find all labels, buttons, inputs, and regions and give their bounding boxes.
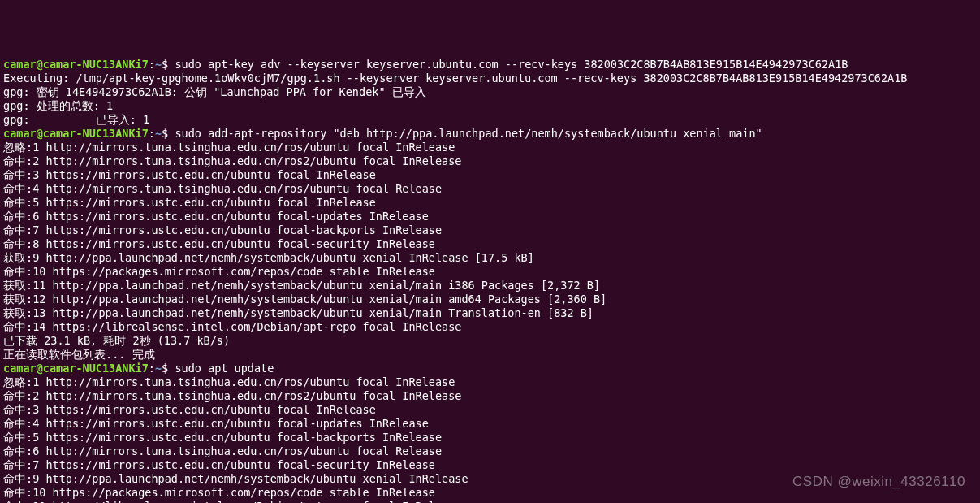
output-line: 已下载 23.1 kB, 耗时 2秒 (13.7 kB/s)	[3, 334, 230, 347]
prompt-user-host: camar@camar-NUC13ANKi7	[3, 127, 149, 140]
output-line: gpg: 已导入: 1	[3, 113, 149, 126]
output-line: 命中:3 https://mirrors.ustc.edu.cn/ubuntu …	[3, 168, 376, 181]
output-line: 命中:9 http://ppa.launchpad.net/nemh/syste…	[3, 472, 468, 485]
output-line: 命中:7 https://mirrors.ustc.edu.cn/ubuntu …	[3, 458, 435, 471]
output-line: 忽略:1 http://mirrors.tuna.tsinghua.edu.cn…	[3, 375, 455, 388]
output-line: gpg: 处理的总数: 1	[3, 99, 113, 112]
prompt-line-1: camar@camar-NUC13ANKi7:~$ sudo apt-key a…	[3, 58, 848, 71]
prompt-user-host: camar@camar-NUC13ANKi7	[3, 362, 149, 375]
command-3: sudo apt update	[175, 362, 274, 375]
prompt-colon: :	[149, 362, 155, 375]
output-line: 获取:9 http://ppa.launchpad.net/nemh/syste…	[3, 251, 534, 264]
output-line: 命中:6 http://mirrors.tuna.tsinghua.edu.cn…	[3, 444, 442, 457]
prompt-symbol: $	[162, 127, 168, 140]
prompt-colon: :	[149, 58, 155, 71]
output-line: 获取:11 http://ppa.launchpad.net/nemh/syst…	[3, 279, 600, 292]
output-line: 命中:10 https://packages.microsoft.com/rep…	[3, 486, 435, 499]
prompt-line-2: camar@camar-NUC13ANKi7:~$ sudo add-apt-r…	[3, 127, 762, 140]
output-line: 命中:2 http://mirrors.tuna.tsinghua.edu.cn…	[3, 389, 461, 402]
output-line: 命中:6 https://mirrors.ustc.edu.cn/ubuntu …	[3, 210, 429, 223]
prompt-symbol: $	[162, 362, 168, 375]
output-line: 命中:3 https://mirrors.ustc.edu.cn/ubuntu …	[3, 403, 376, 416]
prompt-user-host: camar@camar-NUC13ANKi7	[3, 58, 149, 71]
prompt-symbol: $	[162, 58, 168, 71]
output-line: 命中:14 https://librealsense.intel.com/Deb…	[3, 320, 461, 333]
output-line: 命中:4 https://mirrors.ustc.edu.cn/ubuntu …	[3, 417, 429, 430]
output-line: Executing: /tmp/apt-key-gpghome.1oWkv0cj…	[3, 72, 908, 85]
output-line: 命中:2 http://mirrors.tuna.tsinghua.edu.cn…	[3, 154, 461, 167]
watermark: CSDN @weixin_43326110	[792, 475, 965, 488]
output-line: gpg: 密钥 14E4942973C62A1B: 公钥 "Launchpad …	[3, 85, 426, 98]
terminal-content[interactable]: camar@camar-NUC13ANKi7:~$ sudo apt-key a…	[3, 58, 977, 503]
output-line: 命中:7 https://mirrors.ustc.edu.cn/ubuntu …	[3, 223, 442, 236]
output-line: 命中:8 https://mirrors.ustc.edu.cn/ubuntu …	[3, 237, 435, 250]
prompt-colon: :	[149, 127, 155, 140]
prompt-line-3: camar@camar-NUC13ANKi7:~$ sudo apt updat…	[3, 362, 274, 375]
output-line: 命中:11 https://librealsense.intel.com/Deb…	[3, 500, 461, 503]
output-line: 忽略:1 http://mirrors.tuna.tsinghua.edu.cn…	[3, 141, 455, 154]
command-2: sudo add-apt-repository "deb http://ppa.…	[175, 127, 762, 140]
prompt-path: ~	[155, 58, 162, 71]
output-line: 获取:13 http://ppa.launchpad.net/nemh/syst…	[3, 306, 594, 319]
prompt-path: ~	[155, 127, 162, 140]
output-line: 命中:5 https://mirrors.ustc.edu.cn/ubuntu …	[3, 196, 376, 209]
command-1: sudo apt-key adv --keyserver keyserver.u…	[175, 58, 848, 71]
output-line: 获取:12 http://ppa.launchpad.net/nemh/syst…	[3, 293, 607, 306]
prompt-path: ~	[155, 362, 162, 375]
output-line: 命中:4 http://mirrors.tuna.tsinghua.edu.cn…	[3, 182, 442, 195]
output-line: 命中:5 https://mirrors.ustc.edu.cn/ubuntu …	[3, 431, 442, 444]
output-line: 命中:10 https://packages.microsoft.com/rep…	[3, 265, 435, 278]
output-line: 正在读取软件包列表... 完成	[3, 348, 155, 361]
